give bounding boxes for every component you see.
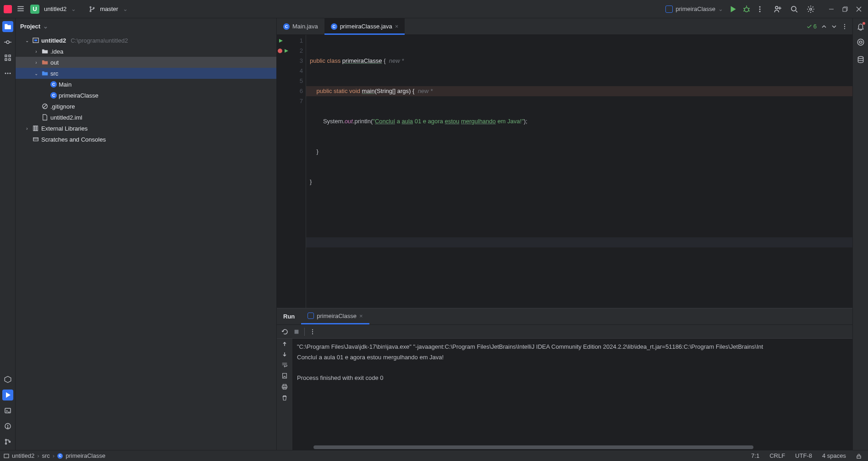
- svg-point-56: [312, 331, 313, 332]
- search-button[interactable]: [790, 5, 798, 13]
- svg-point-18: [791, 6, 796, 11]
- run-toolwindow-button[interactable]: [2, 390, 13, 401]
- stop-button[interactable]: [293, 329, 300, 335]
- run-button[interactable]: [729, 5, 737, 13]
- tree-row-src[interactable]: ⌄ src: [16, 68, 276, 79]
- run-tab-title[interactable]: Run: [277, 308, 301, 324]
- breadcrumb-item[interactable]: untitled2: [12, 452, 34, 459]
- svg-rect-49: [33, 138, 38, 141]
- gutter[interactable]: 1 2 3 4 5 6 7: [277, 35, 306, 308]
- breakpoint-icon[interactable]: [278, 49, 282, 53]
- breadcrumb-item[interactable]: src: [42, 452, 50, 459]
- more-actions-button[interactable]: [756, 5, 764, 13]
- inspections-widget[interactable]: 6: [806, 23, 817, 30]
- close-button[interactable]: [856, 6, 862, 12]
- project-name[interactable]: untitled2: [44, 5, 66, 12]
- svg-point-6: [745, 7, 749, 11]
- scroll-to-end-button[interactable]: [281, 373, 288, 379]
- chevron-right-icon[interactable]: ›: [33, 49, 39, 54]
- settings-button[interactable]: [807, 5, 815, 13]
- chevron-down-icon[interactable]: ⌄: [71, 5, 76, 12]
- chevron-right-icon[interactable]: ›: [24, 126, 30, 131]
- file-encoding[interactable]: UTF-8: [792, 452, 815, 459]
- svg-rect-64: [4, 454, 9, 458]
- project-panel-header[interactable]: Project ⌄: [16, 18, 276, 34]
- commit-toolwindow-button[interactable]: [2, 37, 13, 48]
- run-more-actions-button[interactable]: [309, 329, 316, 335]
- tab-list-button[interactable]: [841, 23, 848, 30]
- tree-row-primeira-class[interactable]: C primeiraClasse: [16, 90, 276, 101]
- tree-row-root[interactable]: ⌄ untitled2 C:\programa\untitled2: [16, 35, 276, 46]
- tree-row-scratches[interactable]: Scratches and Consoles: [16, 134, 276, 145]
- code-editor[interactable]: 1 2 3 4 5 6 7 public class primeiraClass…: [277, 35, 852, 308]
- run-config-tab[interactable]: primeiraClasse ×: [301, 308, 369, 324]
- tree-row-iml[interactable]: untitled2.iml: [16, 112, 276, 123]
- run-configuration-selector[interactable]: primeiraClasse ⌄: [665, 5, 723, 13]
- prev-highlight-button[interactable]: [821, 24, 827, 29]
- project-toolwindow-button[interactable]: [2, 21, 13, 32]
- code-with-me-button[interactable]: [774, 5, 782, 13]
- softwrap-button[interactable]: [281, 362, 288, 368]
- tab-primeira[interactable]: C primeiraClasse.java ×: [324, 18, 405, 34]
- more-toolwindows-button[interactable]: [2, 68, 13, 79]
- svg-line-11: [748, 10, 750, 11]
- scroll-up-button[interactable]: [282, 341, 287, 347]
- project-tree[interactable]: ⌄ untitled2 C:\programa\untitled2 › .ide…: [16, 34, 276, 450]
- tree-row-external-libs[interactable]: › External Libraries: [16, 123, 276, 134]
- chevron-down-icon[interactable]: ⌄: [123, 5, 128, 12]
- cursor-position[interactable]: 7:1: [748, 452, 762, 459]
- svg-rect-30: [9, 55, 11, 57]
- tab-main[interactable]: C Main.java: [277, 18, 324, 34]
- rerun-button[interactable]: [281, 328, 289, 335]
- close-run-tab-button[interactable]: ×: [359, 313, 363, 319]
- tree-label: primeiraClasse: [59, 92, 99, 99]
- tree-row-idea[interactable]: › .idea: [16, 46, 276, 57]
- run-gutter-icon[interactable]: [279, 38, 283, 43]
- main-menu-button[interactable]: [16, 5, 26, 14]
- next-highlight-button[interactable]: [831, 24, 837, 29]
- tree-row-out[interactable]: › out: [16, 57, 276, 68]
- clear-button[interactable]: [281, 395, 288, 401]
- tree-row-gitignore[interactable]: .gitignore: [16, 101, 276, 112]
- run-config-icon: [308, 313, 314, 319]
- chevron-down-icon[interactable]: ⌄: [33, 71, 39, 76]
- tree-label: out: [50, 59, 59, 66]
- run-output[interactable]: "C:\Program Files\Java\jdk-17\bin\java.e…: [292, 339, 852, 445]
- vcs-toolwindow-button[interactable]: [2, 436, 13, 447]
- module-icon: [4, 453, 9, 459]
- run-gutter-icon[interactable]: [284, 49, 289, 53]
- database-toolwindow-button[interactable]: [855, 54, 866, 65]
- chevron-right-icon[interactable]: ›: [33, 60, 39, 65]
- notifications-button[interactable]: [855, 21, 866, 32]
- debug-button[interactable]: [742, 5, 751, 13]
- minimize-button[interactable]: [829, 6, 834, 12]
- line-separator[interactable]: CRLF: [767, 452, 788, 459]
- print-button[interactable]: [281, 384, 288, 390]
- svg-rect-61: [283, 388, 286, 390]
- code-content[interactable]: public class primeiraClasse { new * publ…: [306, 35, 852, 308]
- indent-settings[interactable]: 4 spaces: [819, 452, 849, 459]
- ai-assistant-button[interactable]: [855, 37, 866, 48]
- tree-label: Main: [59, 81, 71, 88]
- scroll-down-button[interactable]: [282, 351, 287, 357]
- close-tab-button[interactable]: ×: [395, 23, 399, 30]
- tree-label: untitled2: [41, 37, 66, 44]
- chevron-down-icon[interactable]: ⌄: [24, 38, 30, 43]
- run-scrollbar[interactable]: [292, 445, 852, 450]
- branch-name[interactable]: master: [100, 5, 118, 12]
- svg-line-8: [743, 8, 745, 9]
- terminal-toolwindow-button[interactable]: [2, 405, 13, 416]
- breadcrumb[interactable]: untitled2 › src › C primeiraClasse: [4, 452, 105, 459]
- services-toolwindow-button[interactable]: [2, 374, 13, 385]
- structure-toolwindow-button[interactable]: [2, 52, 13, 63]
- maximize-button[interactable]: [842, 6, 848, 12]
- svg-rect-54: [295, 329, 299, 334]
- breadcrumb-item[interactable]: primeiraClasse: [66, 452, 105, 459]
- scrollbar-thumb[interactable]: [313, 445, 753, 449]
- tree-row-main-class[interactable]: C Main: [16, 79, 276, 90]
- app-icon: [4, 5, 12, 13]
- library-icon: [32, 125, 39, 132]
- problems-toolwindow-button[interactable]: [2, 421, 13, 432]
- svg-point-33: [7, 73, 8, 74]
- readonly-lock-icon[interactable]: [853, 453, 864, 459]
